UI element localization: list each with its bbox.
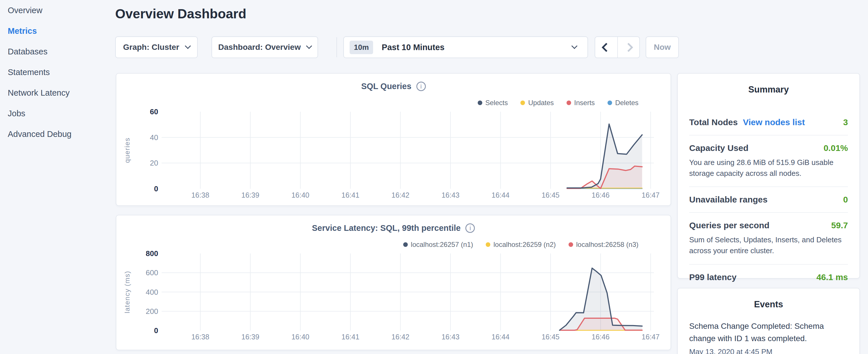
x-tick-label: 16:41 <box>342 333 360 341</box>
admin-ui-root: Overview Metrics Databases Statements Ne… <box>0 0 868 354</box>
x-tick-label: 16:44 <box>492 333 509 341</box>
sidebar-item-metrics[interactable]: Metrics <box>0 21 115 41</box>
summary-row-description: Sum of Selects, Updates, Inserts, and De… <box>689 234 848 256</box>
chevron-down-icon <box>185 43 191 49</box>
x-tick-label: 16:42 <box>392 191 409 199</box>
x-tick-label: 16:46 <box>592 191 610 199</box>
y-tick-label: 40 <box>150 133 158 142</box>
sidebar-item-jobs[interactable]: Jobs <box>0 103 115 124</box>
time-range-pager <box>595 36 640 58</box>
x-tick-label: 16:40 <box>291 333 309 341</box>
sql-queries-plot[interactable]: 16:3816:3916:4016:4116:4216:4316:4416:45… <box>116 74 672 206</box>
sidebar-item-advanced-debug[interactable]: Advanced Debug <box>0 124 115 144</box>
y-tick-label: 600 <box>146 268 158 277</box>
summary-row-description: You are using 28.6 MiB of 515.9 GiB usab… <box>689 157 848 179</box>
y-axis-title: queries <box>123 137 131 163</box>
x-tick-label: 16:45 <box>541 191 560 199</box>
y-axis-title: latency (ms) <box>123 271 131 313</box>
y-tick-label: 400 <box>146 288 158 296</box>
x-tick-label: 16:43 <box>442 191 460 199</box>
chevron-left-icon <box>601 43 611 52</box>
summary-row-value: 0.01% <box>824 143 848 153</box>
time-range-picker[interactable]: 10m Past 10 Minutes <box>343 36 588 58</box>
event-list-item[interactable]: Schema Change Completed: Schema change w… <box>689 320 848 354</box>
toolbar-divider <box>336 37 337 57</box>
time-range-badge: 10m <box>350 41 373 54</box>
summary-row-value: 59.7 <box>831 221 848 230</box>
y-tick-label: 200 <box>146 307 158 316</box>
y-tick-label: 800 <box>146 249 158 258</box>
now-button[interactable]: Now <box>646 36 679 58</box>
summary-row-label: P99 latency <box>689 272 737 282</box>
summary-row-value: 3 <box>843 118 848 127</box>
x-tick-label: 16:46 <box>592 333 610 341</box>
sidebar-item-statements[interactable]: Statements <box>0 62 115 83</box>
summary-title: Summary <box>678 85 859 95</box>
sidebar-item-network-latency[interactable]: Network Latency <box>0 83 115 103</box>
x-tick-label: 16:38 <box>191 333 210 341</box>
sql-queries-chart-card: SQL Queries SelectsUpdatesInsertsDeletes… <box>116 73 671 206</box>
graph-dropdown-label: Graph: Cluster <box>123 43 179 52</box>
x-tick-label: 16:47 <box>642 191 660 199</box>
page-title: Overview Dashboard <box>115 6 246 21</box>
event-message: Schema Change Completed: Schema change w… <box>689 320 848 345</box>
x-tick-label: 16:41 <box>342 191 360 199</box>
service-latency-chart-card: Service Latency: SQL, 99th percentile lo… <box>116 215 671 350</box>
summary-row-label: Capacity Used <box>689 143 748 153</box>
summary-row-label: Unavailable ranges <box>689 195 767 204</box>
summary-row-unavailable-ranges: Unavailable ranges 0 <box>689 187 848 212</box>
summary-row-label: Total Nodes <box>689 118 738 127</box>
dashboard-dropdown[interactable]: Dashboard: Overview <box>212 36 318 58</box>
view-nodes-list-link[interactable]: View nodes list <box>743 118 805 127</box>
x-tick-label: 16:44 <box>492 191 509 199</box>
x-tick-label: 16:39 <box>241 191 259 199</box>
next-range-button[interactable] <box>617 37 639 58</box>
events-title: Events <box>678 299 859 310</box>
y-tick-label: 60 <box>150 107 158 116</box>
summary-row-queries-per-second: Queries per second 59.7 Sum of Selects, … <box>689 212 848 264</box>
event-timestamp: May 13, 2020 at 4:45 PM <box>689 347 848 354</box>
summary-row-capacity-used: Capacity Used 0.01% You are using 28.6 M… <box>689 135 848 187</box>
x-tick-label: 16:45 <box>541 333 560 341</box>
x-tick-label: 16:47 <box>642 333 660 341</box>
time-range-label: Past 10 Minutes <box>382 43 444 52</box>
chevron-down-icon <box>306 43 312 49</box>
events-panel: Events Schema Change Completed: Schema c… <box>677 288 860 354</box>
prev-range-button[interactable] <box>595 37 617 58</box>
y-tick-label: 0 <box>154 326 158 335</box>
chevron-right-icon <box>624 43 633 52</box>
summary-row-value: 46.1 ms <box>816 272 848 282</box>
y-tick-label: 20 <box>150 159 158 167</box>
sidebar-item-overview[interactable]: Overview <box>0 0 115 21</box>
summary-row-total-nodes: Total Nodes View nodes list 3 <box>689 110 848 135</box>
x-tick-label: 16:38 <box>191 191 210 199</box>
sidebar-item-databases[interactable]: Databases <box>0 41 115 62</box>
service-latency-plot[interactable]: 16:3816:3916:4016:4116:4216:4316:4416:45… <box>116 215 672 348</box>
x-tick-label: 16:39 <box>241 333 259 341</box>
summary-rows: Total Nodes View nodes list 3 Capacity U… <box>689 110 848 290</box>
x-tick-label: 16:43 <box>442 333 460 341</box>
chevron-down-icon <box>571 43 578 49</box>
sidebar: Overview Metrics Databases Statements Ne… <box>0 0 115 354</box>
graph-dropdown[interactable]: Graph: Cluster <box>115 36 198 58</box>
summary-row-label: Queries per second <box>689 221 769 230</box>
summary-panel: Summary Total Nodes View nodes list 3 Ca… <box>677 73 860 279</box>
dashboard-dropdown-label: Dashboard: Overview <box>218 43 301 52</box>
summary-row-value: 0 <box>843 195 848 204</box>
summary-row-p99-latency: P99 latency 46.1 ms <box>689 264 848 290</box>
x-tick-label: 16:42 <box>392 333 409 341</box>
y-tick-label: 0 <box>154 185 158 193</box>
x-tick-label: 16:40 <box>291 191 309 199</box>
